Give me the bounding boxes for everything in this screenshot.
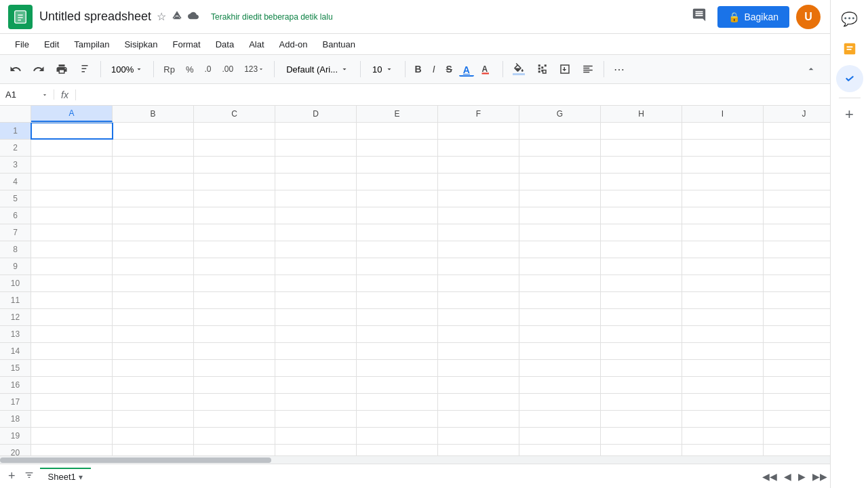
cell-B5[interactable] xyxy=(113,190,194,207)
fill-color-button[interactable] xyxy=(509,60,529,78)
cell-D18[interactable] xyxy=(275,411,357,427)
cell-G10[interactable] xyxy=(519,275,601,291)
cell-I4[interactable] xyxy=(682,174,764,190)
cell-A2[interactable] xyxy=(31,140,113,156)
h-scroll-thumb[interactable] xyxy=(0,458,271,463)
cell-F10[interactable] xyxy=(438,275,519,291)
cell-A19[interactable] xyxy=(31,428,113,444)
cell-G14[interactable] xyxy=(519,343,601,359)
cell-J17[interactable] xyxy=(764,394,830,410)
cell-E6[interactable] xyxy=(357,207,438,224)
cell-I16[interactable] xyxy=(682,377,764,393)
cell-G5[interactable] xyxy=(519,190,601,207)
cell-B20[interactable] xyxy=(113,445,194,455)
menu-addon[interactable]: Add-on xyxy=(273,37,315,52)
cell-I19[interactable] xyxy=(682,428,764,444)
cell-E19[interactable] xyxy=(357,428,438,444)
cell-F14[interactable] xyxy=(438,343,519,359)
cell-G20[interactable] xyxy=(519,445,601,455)
cell-C1[interactable] xyxy=(194,123,275,139)
nav-next-button[interactable]: ▶ xyxy=(795,468,808,485)
cell-I8[interactable] xyxy=(682,241,764,258)
cell-B15[interactable] xyxy=(113,360,194,376)
cell-C20[interactable] xyxy=(194,445,275,455)
cell-H3[interactable] xyxy=(601,157,682,173)
cell-F16[interactable] xyxy=(438,377,519,393)
cell-B19[interactable] xyxy=(113,428,194,444)
borders-button[interactable] xyxy=(532,60,552,78)
cell-C16[interactable] xyxy=(194,377,275,393)
cell-E1[interactable] xyxy=(357,123,438,139)
cell-A5[interactable] xyxy=(31,190,113,207)
cell-reference[interactable]: A1 xyxy=(0,89,54,100)
cell-F20[interactable] xyxy=(438,445,519,455)
cell-C2[interactable] xyxy=(194,140,275,156)
share-button[interactable]: 🔒 Bagikan xyxy=(717,6,789,28)
font-size-select[interactable]: 10 xyxy=(366,61,399,78)
cell-I7[interactable] xyxy=(682,224,764,241)
cell-C6[interactable] xyxy=(194,207,275,224)
cell-G15[interactable] xyxy=(519,360,601,376)
cell-C7[interactable] xyxy=(194,224,275,241)
cell-E3[interactable] xyxy=(357,157,438,173)
cell-B6[interactable] xyxy=(113,207,194,224)
cell-F1[interactable] xyxy=(438,123,519,139)
cell-D19[interactable] xyxy=(275,428,357,444)
row-num-5[interactable]: 5 xyxy=(0,190,31,207)
row-num-9[interactable]: 9 xyxy=(0,258,31,274)
cell-C3[interactable] xyxy=(194,157,275,173)
paint-format-button[interactable] xyxy=(75,60,95,78)
sheet-options-button[interactable] xyxy=(21,467,37,486)
cell-B17[interactable] xyxy=(113,394,194,410)
cell-I14[interactable] xyxy=(682,343,764,359)
cell-H19[interactable] xyxy=(601,428,682,444)
cell-G19[interactable] xyxy=(519,428,601,444)
cell-J19[interactable] xyxy=(764,428,830,444)
cell-B9[interactable] xyxy=(113,258,194,274)
cell-H13[interactable] xyxy=(601,326,682,342)
cell-I20[interactable] xyxy=(682,445,764,455)
cell-B16[interactable] xyxy=(113,377,194,393)
cell-D8[interactable] xyxy=(275,241,357,258)
menu-data[interactable]: Data xyxy=(209,37,241,52)
cell-H4[interactable] xyxy=(601,174,682,190)
cell-I3[interactable] xyxy=(682,157,764,173)
cell-I9[interactable] xyxy=(682,258,764,274)
cell-J16[interactable] xyxy=(764,377,830,393)
row-num-4[interactable]: 4 xyxy=(0,174,31,190)
cell-D3[interactable] xyxy=(275,157,357,173)
col-header-j[interactable]: J xyxy=(764,106,830,122)
row-num-14[interactable]: 14 xyxy=(0,343,31,359)
star-icon[interactable]: ☆ xyxy=(157,10,166,23)
col-header-g[interactable]: G xyxy=(519,106,601,122)
cell-F18[interactable] xyxy=(438,411,519,427)
menu-sisipkan[interactable]: Sisipkan xyxy=(117,37,164,52)
menu-format[interactable]: Format xyxy=(166,37,208,52)
drive-icon[interactable] xyxy=(172,10,182,24)
cell-E5[interactable] xyxy=(357,190,438,207)
comment-side-icon[interactable]: 💬 xyxy=(836,5,863,33)
decimal-decrease-button[interactable]: .0 xyxy=(200,62,215,77)
cell-E13[interactable] xyxy=(357,326,438,342)
cell-B13[interactable] xyxy=(113,326,194,342)
cell-E17[interactable] xyxy=(357,394,438,410)
cell-G8[interactable] xyxy=(519,241,601,258)
row-num-6[interactable]: 6 xyxy=(0,207,31,224)
cell-E16[interactable] xyxy=(357,377,438,393)
menu-edit[interactable]: Edit xyxy=(37,37,66,52)
cell-J7[interactable] xyxy=(764,224,830,241)
cell-A20[interactable] xyxy=(31,445,113,455)
row-num-11[interactable]: 11 xyxy=(0,292,31,308)
cell-C9[interactable] xyxy=(194,258,275,274)
cell-J3[interactable] xyxy=(764,157,830,173)
cell-C18[interactable] xyxy=(194,411,275,427)
cell-F2[interactable] xyxy=(438,140,519,156)
cell-A11[interactable] xyxy=(31,292,113,308)
undo-button[interactable] xyxy=(5,60,26,78)
redo-button[interactable] xyxy=(28,60,49,78)
cell-I18[interactable] xyxy=(682,411,764,427)
cell-A16[interactable] xyxy=(31,377,113,393)
col-header-d[interactable]: D xyxy=(275,106,357,122)
cell-A1[interactable] xyxy=(31,123,113,139)
cell-B1[interactable] xyxy=(113,123,194,139)
